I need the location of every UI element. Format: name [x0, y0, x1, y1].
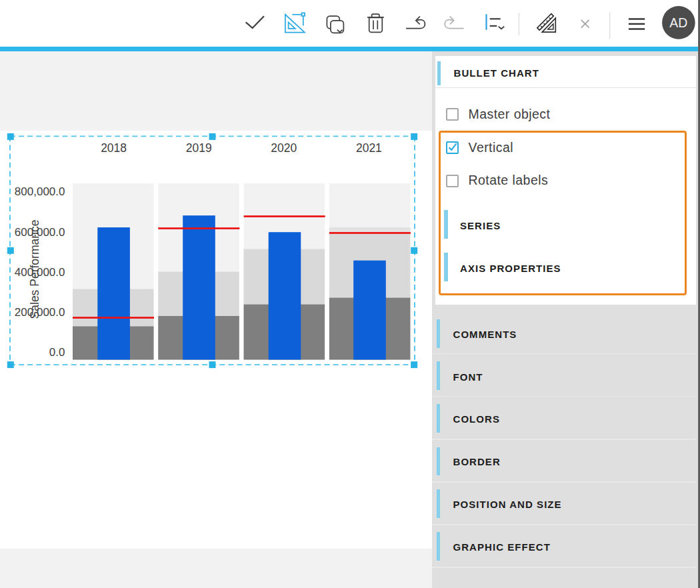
svg-text:2018: 2018: [101, 141, 127, 155]
svg-text:2019: 2019: [186, 141, 212, 155]
svg-text:AD: AD: [669, 15, 687, 30]
svg-text:2021: 2021: [356, 141, 382, 155]
svg-text:Sales Performance: Sales Performance: [28, 220, 41, 319]
svg-text:800,000.0: 800,000.0: [15, 185, 65, 198]
svg-text:0.0: 0.0: [49, 346, 65, 359]
svg-text:2020: 2020: [271, 141, 297, 155]
